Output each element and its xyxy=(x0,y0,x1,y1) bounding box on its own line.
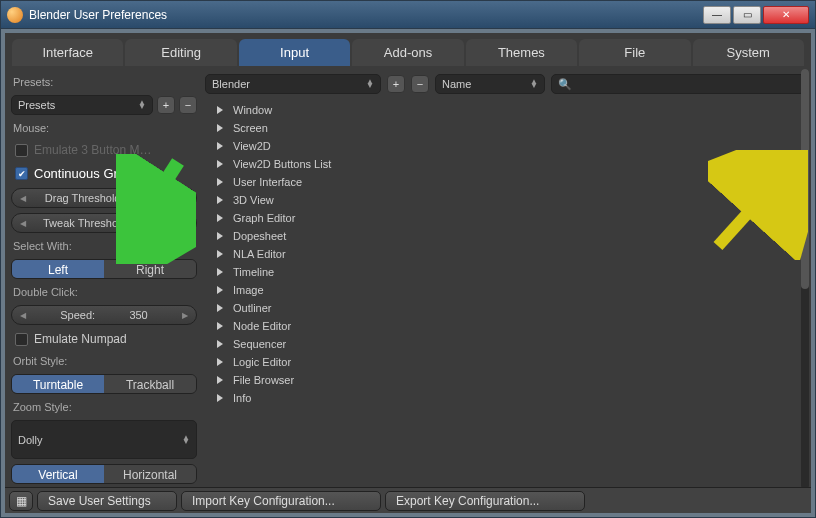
expand-triangle-icon xyxy=(217,124,223,132)
keymap-node-label: Image xyxy=(233,284,264,296)
zoom-mode-dropdown[interactable]: Dolly ▲▼ xyxy=(11,420,197,459)
keymap-node[interactable]: Sequencer xyxy=(217,338,805,350)
keymap-node[interactable]: Node Editor xyxy=(217,320,805,332)
tab-editing[interactable]: Editing xyxy=(125,39,236,66)
expand-triangle-icon xyxy=(217,376,223,384)
keymap-node[interactable]: Timeline xyxy=(217,266,805,278)
import-keyconfig-button[interactable]: Import Key Configuration... xyxy=(181,491,381,511)
save-settings-button[interactable]: Save User Settings xyxy=(37,491,177,511)
search-icon: 🔍 xyxy=(558,78,572,91)
expand-triangle-icon xyxy=(217,286,223,294)
orbit-trackball-option[interactable]: Trackball xyxy=(104,375,196,393)
left-panel: Presets: Presets ▲▼ + − Mouse: Emulate 3… xyxy=(11,74,197,484)
select-right-option[interactable]: Right xyxy=(104,260,196,278)
dropdown-arrows-icon: ▲▼ xyxy=(366,80,374,88)
double-click-speed-field[interactable]: ◀ Speed: 350 ▶ xyxy=(11,305,197,325)
keymap-node-label: Info xyxy=(233,392,251,404)
orbit-style-toggle[interactable]: Turntable Trackball xyxy=(11,374,197,394)
keymap-preset-dropdown[interactable]: Blender ▲▼ xyxy=(205,74,381,94)
keymap-node-label: Screen xyxy=(233,122,268,134)
vertical-scrollbar[interactable] xyxy=(801,69,809,489)
keymap-node[interactable]: Screen xyxy=(217,122,805,134)
keymap-node-label: View2D xyxy=(233,140,271,152)
zoom-style-label: Zoom Style: xyxy=(11,399,197,415)
keymap-node-label: Sequencer xyxy=(233,338,286,350)
keymap-sort-dropdown[interactable]: Name ▲▼ xyxy=(435,74,545,94)
orbit-turntable-option[interactable]: Turntable xyxy=(12,375,104,393)
expand-triangle-icon xyxy=(217,394,223,402)
keymap-node-label: Graph Editor xyxy=(233,212,295,224)
keymap-node-label: Window xyxy=(233,104,272,116)
scrollbar-thumb[interactable] xyxy=(801,69,809,289)
tab-themes[interactable]: Themes xyxy=(466,39,577,66)
increment-icon: ▶ xyxy=(182,219,188,228)
blender-icon xyxy=(7,7,23,23)
preset-add-button[interactable]: + xyxy=(157,96,175,114)
keymap-add-button[interactable]: + xyxy=(387,75,405,93)
preset-remove-button[interactable]: − xyxy=(179,96,197,114)
expand-triangle-icon xyxy=(217,196,223,204)
prefs-tabs: InterfaceEditingInputAdd-onsThemesFileSy… xyxy=(5,33,811,66)
keymap-node-label: Node Editor xyxy=(233,320,291,332)
expand-triangle-icon xyxy=(217,178,223,186)
emulate-3button-checkbox[interactable]: Emulate 3 Button M… xyxy=(11,141,197,159)
continuous-grab-checkbox[interactable]: Continuous Grab xyxy=(11,164,197,183)
presets-dropdown[interactable]: Presets ▲▼ xyxy=(11,95,153,115)
keymap-node-label: View2D Buttons List xyxy=(233,158,331,170)
minimize-button[interactable]: — xyxy=(703,6,731,24)
zoom-vertical-option[interactable]: Vertical xyxy=(12,465,104,483)
window-title: Blender User Preferences xyxy=(29,8,703,22)
close-button[interactable]: ✕ xyxy=(763,6,809,24)
zoom-horizontal-option[interactable]: Horizontal xyxy=(104,465,196,483)
increment-icon: ▶ xyxy=(182,311,188,320)
expand-triangle-icon xyxy=(217,268,223,276)
drag-threshold-field[interactable]: ◀ Drag Threshold: 5 px ▶ xyxy=(11,188,197,208)
keymap-node[interactable]: NLA Editor xyxy=(217,248,805,260)
presets-label: Presets: xyxy=(11,74,197,90)
export-keyconfig-button[interactable]: Export Key Configuration... xyxy=(385,491,585,511)
footer-bar: ▦ Save User Settings Import Key Configur… xyxy=(5,487,811,513)
mouse-label: Mouse: xyxy=(11,120,197,136)
keymap-node-label: 3D View xyxy=(233,194,274,206)
keymap-node-label: File Browser xyxy=(233,374,294,386)
select-with-label: Select With: xyxy=(11,238,197,254)
window-frame: InterfaceEditingInputAdd-onsThemesFileSy… xyxy=(0,28,816,518)
tab-add-ons[interactable]: Add-ons xyxy=(352,39,463,66)
dropdown-arrows-icon: ▲▼ xyxy=(530,80,538,88)
keymap-search-input[interactable]: 🔍 xyxy=(551,74,805,94)
tab-input[interactable]: Input xyxy=(239,39,350,66)
keymap-node-label: Logic Editor xyxy=(233,356,291,368)
tab-interface[interactable]: Interface xyxy=(12,39,123,66)
keymap-node[interactable]: View2D Buttons List xyxy=(217,158,805,170)
keymap-panel: Blender ▲▼ + − Name ▲▼ 🔍 WindowScreenVie… xyxy=(205,74,805,484)
expand-triangle-icon xyxy=(217,304,223,312)
expand-triangle-icon xyxy=(217,160,223,168)
keymap-node[interactable]: Outliner xyxy=(217,302,805,314)
keymap-node[interactable]: Logic Editor xyxy=(217,356,805,368)
keymap-node-label: NLA Editor xyxy=(233,248,286,260)
keymap-node[interactable]: User Interface xyxy=(217,176,805,188)
emulate-numpad-checkbox[interactable]: Emulate Numpad xyxy=(11,330,197,348)
checkbox-icon xyxy=(15,167,28,180)
keymap-node[interactable]: Window xyxy=(217,104,805,116)
keymap-node[interactable]: Graph Editor xyxy=(217,212,805,224)
keymap-node[interactable]: 3D View xyxy=(217,194,805,206)
editor-type-menu-button[interactable]: ▦ xyxy=(9,491,33,511)
client-area: InterfaceEditingInputAdd-onsThemesFileSy… xyxy=(5,33,811,513)
select-left-option[interactable]: Left xyxy=(12,260,104,278)
keymap-remove-button[interactable]: − xyxy=(411,75,429,93)
keymap-node[interactable]: View2D xyxy=(217,140,805,152)
keymap-node[interactable]: Image xyxy=(217,284,805,296)
checkbox-icon xyxy=(15,333,28,346)
keymap-node[interactable]: Dopesheet xyxy=(217,230,805,242)
zoom-axis-toggle[interactable]: Vertical Horizontal xyxy=(11,464,197,484)
tab-system[interactable]: System xyxy=(693,39,804,66)
select-with-toggle[interactable]: Left Right xyxy=(11,259,197,279)
keymap-node[interactable]: File Browser xyxy=(217,374,805,386)
expand-triangle-icon xyxy=(217,322,223,330)
decrement-icon: ◀ xyxy=(20,194,26,203)
maximize-button[interactable]: ▭ xyxy=(733,6,761,24)
tweak-threshold-field[interactable]: ◀ Tweak Thresho: 10 px ▶ xyxy=(11,213,197,233)
keymap-node[interactable]: Info xyxy=(217,392,805,404)
tab-file[interactable]: File xyxy=(579,39,690,66)
